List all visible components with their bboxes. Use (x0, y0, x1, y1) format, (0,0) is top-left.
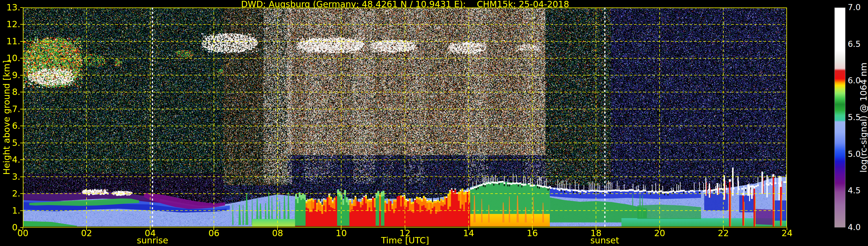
y-tick-label: 10. (0, 53, 20, 64)
y-tick-label: 6. (0, 120, 20, 131)
y-tick-label: 12. (0, 19, 20, 30)
x-tick-mark (341, 227, 341, 230)
y-tick-label: 13. (0, 2, 20, 13)
y-tick-label: 1. (0, 205, 20, 216)
colorbar-tick-label: 4.5 (848, 186, 868, 196)
x-tick-mark (86, 227, 87, 230)
y-tick-mark (20, 193, 23, 194)
x-tick-mark (23, 227, 23, 230)
x-tick-mark (405, 227, 405, 230)
y-tick-label: 2. (0, 188, 20, 199)
x-tick-mark (532, 227, 533, 230)
y-tick-label: 7. (0, 103, 20, 115)
x-tick-mark (659, 227, 660, 230)
y-tick-mark (20, 75, 23, 75)
y-tick-mark (20, 24, 23, 25)
y-tick-label: 5. (0, 137, 20, 149)
y-tick-mark (20, 41, 23, 42)
figure-root: DWD: Augsburg (Germany; 48.4261 N / 10.9… (0, 0, 868, 246)
heatmap-canvas (23, 7, 787, 227)
x-tick-mark (214, 227, 214, 230)
colorbar-tick-label: 7.0 (848, 2, 868, 13)
x-tick-mark (150, 227, 151, 230)
sunrise-label: sunrise (124, 235, 181, 245)
colorbar-tick-label: 4.0 (848, 222, 868, 233)
y-tick-label: 11. (0, 36, 20, 47)
x-tick-mark (277, 227, 278, 230)
x-tick-mark (723, 227, 724, 230)
y-tick-mark (20, 7, 23, 8)
x-tick-mark (596, 227, 596, 230)
colorbar (834, 7, 845, 227)
y-tick-label: 3. (0, 171, 20, 182)
y-tick-label: 4. (0, 154, 20, 165)
y-tick-mark (20, 143, 23, 143)
y-tick-mark (20, 159, 23, 160)
x-tick-mark (787, 227, 787, 230)
y-tick-mark (20, 92, 23, 92)
plot-area (23, 7, 787, 227)
y-tick-mark (20, 177, 23, 177)
y-tick-label: 8. (0, 87, 20, 97)
y-tick-mark (20, 58, 23, 58)
x-tick-mark (468, 227, 469, 230)
y-tick-label: 9. (0, 70, 20, 81)
sunset-label: sunset (576, 235, 633, 245)
y-tick-mark (20, 109, 23, 110)
colorbar-tick-label: 6.5 (848, 39, 868, 50)
x-axis-label: Time [UTC] (379, 235, 431, 245)
y-tick-mark (20, 126, 23, 126)
y-tick-mark (20, 210, 23, 211)
